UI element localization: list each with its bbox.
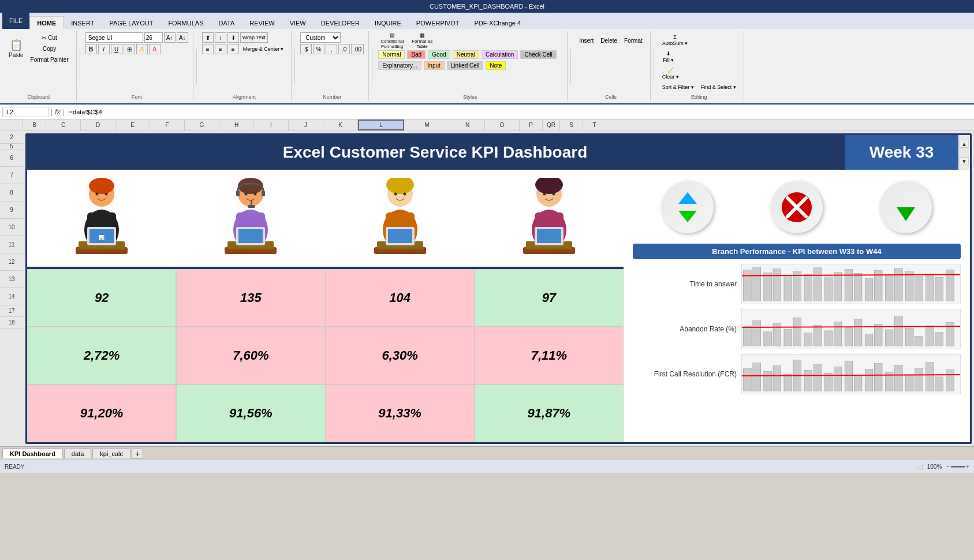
comma-btn[interactable]: , <box>326 44 337 54</box>
calc-style-btn[interactable]: Calculation <box>482 50 518 59</box>
autosum-btn[interactable]: Σ AutoSum ▾ <box>659 32 691 48</box>
merge-center-btn[interactable]: Merge & Center▾ <box>240 44 287 54</box>
fill-color-button[interactable]: A <box>136 44 148 54</box>
tab-insert[interactable]: INSERT <box>64 16 102 29</box>
align-right-btn[interactable]: ≡ <box>227 44 239 54</box>
delete-cells-btn[interactable]: Delete <box>598 32 620 48</box>
week-scroll-down[interactable]: ▼ <box>960 157 969 165</box>
normal-style-btn[interactable]: Normal <box>378 50 405 59</box>
col-header-n[interactable]: N <box>450 120 485 130</box>
row-13[interactable]: 13 <box>0 271 23 288</box>
row-12[interactable]: 12 <box>0 253 23 271</box>
formula-input[interactable] <box>67 107 972 117</box>
zoom-slider[interactable]: ━━━━ <box>951 464 965 470</box>
row-11[interactable]: 11 <box>0 236 23 253</box>
col-header-j[interactable]: J <box>289 120 323 130</box>
decrease-font-btn[interactable]: A↓ <box>177 32 188 43</box>
align-center-btn[interactable]: ≡ <box>215 44 226 54</box>
row-8[interactable]: 8 <box>0 184 23 201</box>
zoom-out-btn[interactable]: − <box>946 464 950 470</box>
note-style-btn[interactable]: Note <box>486 61 506 70</box>
format-table-btn[interactable]: ▦ Format as Table <box>408 32 436 48</box>
linked-style-btn[interactable]: Linked Cell <box>447 61 483 70</box>
col-header-e[interactable]: E <box>115 120 150 130</box>
name-box[interactable] <box>2 107 48 117</box>
paste-button[interactable]: 📋 Paste <box>6 32 27 65</box>
col-header-g[interactable]: G <box>185 120 219 130</box>
currency-btn[interactable]: $ <box>300 44 312 54</box>
copy-button[interactable]: Copy <box>28 44 72 54</box>
row-17[interactable]: 17 <box>0 305 23 317</box>
row-5[interactable]: 5 <box>0 144 23 150</box>
font-name-input[interactable] <box>85 32 143 43</box>
check-style-btn[interactable]: Check Cell <box>520 50 556 59</box>
align-middle-btn[interactable]: ↕ <box>215 32 226 43</box>
tab-formulas[interactable]: FORMULAS <box>161 16 211 29</box>
decrease-decimal-btn[interactable]: .00 <box>351 44 364 54</box>
sheet-tab-data[interactable]: data <box>64 449 91 458</box>
insert-cells-btn[interactable]: Insert <box>576 32 596 48</box>
format-cells-btn[interactable]: Format <box>621 32 645 48</box>
tab-developer[interactable]: DEVELOPER <box>314 16 367 29</box>
kpi-cell-3-2[interactable]: 91,56% <box>176 384 325 442</box>
row-2[interactable]: 2 <box>0 131 23 144</box>
col-header-b[interactable]: B <box>23 120 46 130</box>
sheet-tab-kpi-calc[interactable]: kpi_calc <box>92 449 130 458</box>
kpi-cell-2-1[interactable]: 2,72% <box>27 327 176 384</box>
kpi-cell-3-4[interactable]: 91,87% <box>475 384 624 442</box>
kpi-cell-3-1[interactable]: 91,20% <box>27 384 176 442</box>
row-6[interactable]: 6 <box>0 150 23 167</box>
kpi-cell-1-4[interactable]: 97 <box>475 269 624 327</box>
col-header-t[interactable]: T <box>583 120 606 130</box>
col-header-c[interactable]: C <box>46 120 81 130</box>
input-style-btn[interactable]: Input <box>424 61 445 70</box>
col-header-h[interactable]: H <box>219 120 254 130</box>
col-header-o[interactable]: O <box>485 120 520 130</box>
tab-view[interactable]: VIEW <box>282 16 314 29</box>
wrap-text-btn[interactable]: Wrap Text <box>240 32 268 43</box>
tab-page-layout[interactable]: PAGE LAYOUT <box>102 16 161 29</box>
align-top-btn[interactable]: ⬆ <box>202 32 214 43</box>
col-header-l[interactable]: L <box>358 120 404 130</box>
border-button[interactable]: ⊞ <box>124 44 135 54</box>
kpi-cell-1-2[interactable]: 135 <box>176 269 325 327</box>
row-14[interactable]: 14 <box>0 288 23 305</box>
clear-btn[interactable]: 🧹 Clear ▾ <box>659 66 682 81</box>
sort-filter-btn[interactable]: Sort & Filter ▾ <box>659 83 697 92</box>
increase-decimal-btn[interactable]: .0 <box>338 44 350 54</box>
col-header-i[interactable]: I <box>254 120 289 130</box>
kpi-cell-1-3[interactable]: 104 <box>326 269 475 327</box>
underline-button[interactable]: U <box>111 44 122 54</box>
col-header-k[interactable]: K <box>323 120 358 130</box>
bad-style-btn[interactable]: Bad <box>407 50 426 59</box>
font-size-input[interactable] <box>144 32 163 43</box>
tab-file[interactable]: FILE <box>2 13 29 29</box>
kpi-cell-1-1[interactable]: 92 <box>27 269 176 327</box>
row-9[interactable]: 9 <box>0 201 23 219</box>
row-18[interactable]: 18 <box>0 317 23 328</box>
cut-button[interactable]: ✂ Cut <box>28 33 72 43</box>
col-header-qr[interactable]: QR <box>543 120 560 130</box>
good-style-btn[interactable]: Good <box>428 50 450 59</box>
tab-pdfxchange[interactable]: PDF-XChange 4 <box>467 16 528 29</box>
tab-powerpivot[interactable]: POWERPIVOT <box>409 16 467 29</box>
italic-button[interactable]: I <box>98 44 110 54</box>
kpi-cell-2-3[interactable]: 6,30% <box>326 327 475 384</box>
col-header-d[interactable]: D <box>81 120 115 130</box>
align-left-btn[interactable]: ≡ <box>202 44 214 54</box>
row-10[interactable]: 10 <box>0 219 23 236</box>
week-scroll-up[interactable]: ▲ <box>960 140 969 148</box>
fill-btn[interactable]: ⬇ Fill ▾ <box>659 49 678 65</box>
col-header-p[interactable]: P <box>520 120 543 130</box>
row-7[interactable]: 7 <box>0 167 23 184</box>
find-select-btn[interactable]: Find & Select ▾ <box>698 83 739 92</box>
tab-home[interactable]: HOME <box>29 16 64 29</box>
kpi-cell-2-2[interactable]: 7,60% <box>176 327 325 384</box>
number-format-dropdown[interactable]: Custom General Number Currency Accountin… <box>300 32 341 43</box>
tab-review[interactable]: REVIEW <box>242 16 282 29</box>
font-color-button[interactable]: A <box>149 44 161 54</box>
percent-btn[interactable]: % <box>313 44 324 54</box>
col-header-m[interactable]: M <box>404 120 450 130</box>
increase-font-btn[interactable]: A↑ <box>164 32 176 43</box>
bold-button[interactable]: B <box>85 44 97 54</box>
